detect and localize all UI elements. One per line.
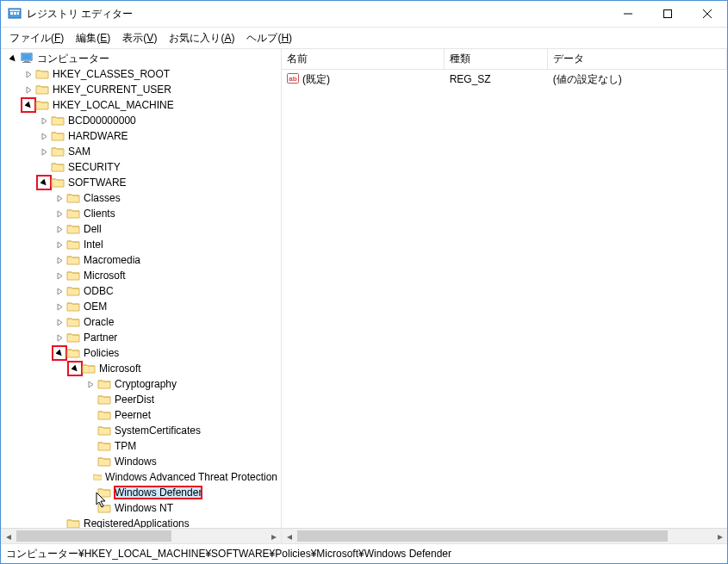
expand-toggle[interactable] bbox=[53, 238, 66, 251]
tree-item[interactable]: HKEY_CURRENT_USER bbox=[3, 82, 281, 97]
tree-item-label: Intel bbox=[84, 239, 103, 251]
scroll-thumb[interactable] bbox=[16, 530, 171, 542]
tree-item[interactable]: BCD00000000 bbox=[3, 113, 281, 128]
expand-toggle[interactable] bbox=[22, 83, 35, 96]
menu-favorites[interactable]: お気に入り(A) bbox=[164, 30, 240, 46]
tree-item-label: Partner bbox=[84, 332, 117, 344]
col-type[interactable]: 種類 bbox=[445, 49, 548, 69]
expand-toggle[interactable] bbox=[68, 362, 82, 375]
col-data[interactable]: データ bbox=[548, 49, 727, 69]
tree-item[interactable]: Windows Advanced Threat Protection bbox=[3, 469, 281, 485]
expand-toggle[interactable] bbox=[37, 145, 51, 158]
tree-item[interactable]: Windows Defender bbox=[3, 485, 281, 500]
cell-type: REG_SZ bbox=[445, 73, 548, 85]
tree-item[interactable]: Cryptography bbox=[3, 376, 281, 392]
svg-rect-2 bbox=[10, 12, 13, 15]
tree-item[interactable]: Peernet bbox=[3, 407, 281, 423]
tree-item-label: Macromedia bbox=[84, 254, 140, 266]
expand-toggle[interactable] bbox=[84, 377, 97, 391]
menu-file[interactable]: ファイル(F) bbox=[4, 30, 69, 46]
tree-item[interactable]: PeerDist bbox=[3, 392, 281, 407]
cell-data: (値の設定なし) bbox=[548, 72, 727, 87]
tree-item[interactable]: Policies bbox=[3, 345, 281, 361]
tree-item[interactable]: OEM bbox=[3, 299, 281, 314]
expand-toggle[interactable] bbox=[53, 222, 66, 236]
tree-item[interactable]: RegisteredApplications bbox=[3, 516, 281, 528]
registry-tree[interactable]: コンピューター HKEY_CLASSES_ROOT HKEY_CURRENT_U… bbox=[1, 49, 281, 528]
tree-item[interactable]: Microsoft bbox=[3, 268, 281, 283]
tree-item-label: Windows bbox=[115, 456, 157, 468]
content-area: コンピューター HKEY_CLASSES_ROOT HKEY_CURRENT_U… bbox=[1, 49, 727, 543]
tree-item[interactable]: Dell bbox=[3, 221, 281, 237]
expand-toggle[interactable] bbox=[22, 98, 35, 112]
expand-toggle[interactable] bbox=[53, 207, 66, 220]
tree-item[interactable]: HARDWARE bbox=[3, 128, 281, 144]
tree-item[interactable]: ODBC bbox=[3, 283, 281, 299]
col-name[interactable]: 名前 bbox=[282, 49, 445, 69]
tree-item-label: Policies bbox=[84, 347, 119, 359]
tree-item-label: SECURITY bbox=[68, 161, 121, 173]
tree-item-label: ODBC bbox=[84, 285, 114, 297]
scroll-right-icon[interactable]: ▸ bbox=[266, 529, 281, 543]
tree-item-label: HARDWARE bbox=[68, 130, 128, 142]
tree-item-label: Microsoft bbox=[99, 363, 141, 375]
expand-toggle[interactable] bbox=[53, 300, 66, 313]
expand-toggle[interactable] bbox=[37, 129, 51, 143]
tree-item[interactable]: SAM bbox=[3, 144, 281, 159]
maximize-button[interactable] bbox=[648, 1, 688, 27]
tree-item[interactable]: TPM bbox=[3, 438, 281, 454]
scroll-thumb[interactable] bbox=[297, 530, 668, 542]
scroll-right-icon[interactable]: ▸ bbox=[712, 529, 727, 543]
expand-toggle[interactable] bbox=[37, 176, 51, 189]
tree-item-label: Windows NT bbox=[115, 502, 173, 514]
expand-toggle[interactable] bbox=[37, 114, 51, 127]
expand-toggle[interactable] bbox=[53, 331, 66, 344]
tree-item[interactable]: Microsoft bbox=[3, 361, 281, 376]
tree-horizontal-scrollbar[interactable]: ◂ ▸ bbox=[1, 528, 281, 543]
tree-item-label: Peernet bbox=[115, 409, 151, 421]
tree-item[interactable]: SECURITY bbox=[3, 159, 281, 175]
list-horizontal-scrollbar[interactable]: ◂ ▸ bbox=[282, 528, 727, 543]
value-name: (既定) bbox=[302, 72, 330, 87]
tree-item[interactable]: Classes bbox=[3, 190, 281, 206]
tree-item[interactable]: Oracle bbox=[3, 314, 281, 330]
expand-toggle[interactable] bbox=[53, 269, 66, 282]
tree-item[interactable]: SOFTWARE bbox=[3, 175, 281, 190]
expand-toggle[interactable] bbox=[6, 52, 20, 65]
expand-toggle[interactable] bbox=[53, 284, 66, 298]
tree-item[interactable]: HKEY_LOCAL_MACHINE bbox=[3, 97, 281, 113]
expand-toggle[interactable] bbox=[53, 315, 66, 329]
tree-item-label: コンピューター bbox=[37, 52, 109, 66]
scroll-left-icon[interactable]: ◂ bbox=[282, 529, 296, 543]
tree-item[interactable]: Intel bbox=[3, 237, 281, 252]
tree-item[interactable]: Macromedia bbox=[3, 252, 281, 268]
close-button[interactable] bbox=[688, 1, 727, 27]
tree-item-label: PeerDist bbox=[115, 394, 154, 406]
tree-item[interactable]: Windows NT bbox=[3, 500, 281, 516]
tree-item-label: HKEY_CLASSES_ROOT bbox=[53, 68, 170, 80]
list-row[interactable]: ab (既定) REG_SZ (値の設定なし) bbox=[282, 71, 727, 87]
expand-toggle[interactable] bbox=[53, 191, 66, 205]
menu-edit[interactable]: 編集(E) bbox=[71, 30, 115, 46]
tree-item[interactable]: Clients bbox=[3, 206, 281, 221]
value-list[interactable]: 名前 種類 データ ab (既定) REG_SZ (値の設定なし) bbox=[282, 49, 727, 528]
tree-item[interactable]: SystemCertificates bbox=[3, 423, 281, 438]
tree-item[interactable]: Partner bbox=[3, 330, 281, 345]
minimize-button[interactable] bbox=[608, 1, 648, 27]
tree-item-label: BCD00000000 bbox=[68, 115, 136, 127]
tree-item[interactable]: Windows bbox=[3, 454, 281, 469]
menu-view[interactable]: 表示(V) bbox=[117, 30, 162, 46]
tree-item[interactable]: コンピューター bbox=[3, 51, 281, 66]
tree-item-label: Cryptography bbox=[115, 378, 177, 390]
expand-toggle[interactable] bbox=[22, 67, 35, 81]
tree-item[interactable]: HKEY_CLASSES_ROOT bbox=[3, 66, 281, 82]
list-header[interactable]: 名前 種類 データ bbox=[282, 49, 727, 70]
tree-item-label: Oracle bbox=[84, 316, 114, 328]
expand-toggle[interactable] bbox=[53, 346, 66, 360]
scroll-left-icon[interactable]: ◂ bbox=[1, 529, 16, 543]
cell-name: ab (既定) bbox=[282, 72, 445, 87]
menu-help[interactable]: ヘルプ(H) bbox=[241, 30, 297, 46]
svg-rect-3 bbox=[14, 12, 16, 15]
tree-item-label: HKEY_LOCAL_MACHINE bbox=[53, 99, 174, 111]
expand-toggle[interactable] bbox=[53, 253, 66, 267]
